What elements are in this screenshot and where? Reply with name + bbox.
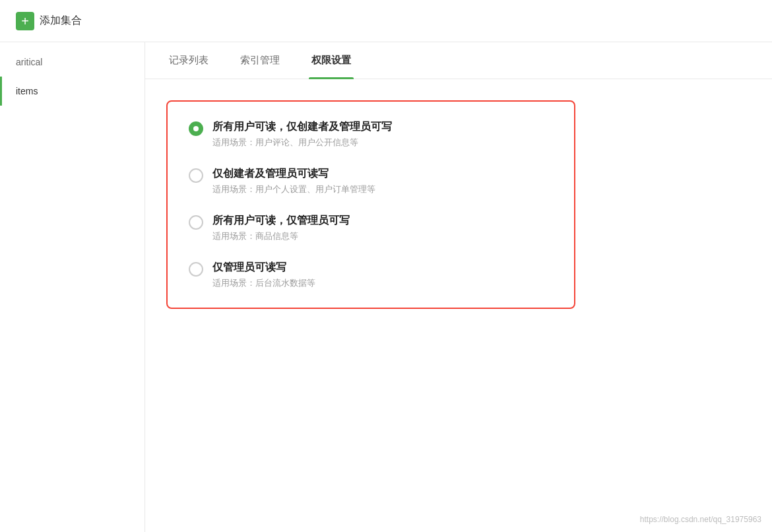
permission-option-1-title: 所有用户可读，仅创建者及管理员可写 bbox=[212, 120, 392, 134]
tab-label: 权限设置 bbox=[311, 54, 351, 65]
permission-option-1-desc: 适用场景：用户评论、用户公开信息等 bbox=[212, 137, 392, 149]
sidebar-item-items[interactable]: items bbox=[0, 77, 145, 106]
permission-option-2-text: 仅创建者及管理员可读写 适用场景：用户个人设置、用户订单管理等 bbox=[212, 167, 375, 195]
permission-option-1-text: 所有用户可读，仅创建者及管理员可写 适用场景：用户评论、用户公开信息等 bbox=[212, 120, 392, 149]
radio-option-1[interactable] bbox=[189, 121, 203, 136]
sidebar: aritical items bbox=[0, 42, 145, 532]
add-collection-label: 添加集合 bbox=[40, 14, 82, 28]
permission-option-3-text: 所有用户可读，仅管理员可写 适用场景：商品信息等 bbox=[212, 214, 350, 242]
permission-option-3-desc: 适用场景：商品信息等 bbox=[212, 230, 350, 242]
tab-permission-settings[interactable]: 权限设置 bbox=[309, 42, 354, 79]
main-layout: aritical items 记录列表 索引管理 权限设置 bbox=[0, 42, 772, 532]
permission-option-3[interactable]: 所有用户可读，仅管理员可写 适用场景：商品信息等 bbox=[189, 214, 553, 242]
add-collection-button[interactable]: + 添加集合 bbox=[16, 12, 82, 30]
permission-option-3-title: 所有用户可读，仅管理员可写 bbox=[212, 214, 350, 228]
sidebar-item-aritical[interactable]: aritical bbox=[0, 48, 145, 77]
permission-option-2[interactable]: 仅创建者及管理员可读写 适用场景：用户个人设置、用户订单管理等 bbox=[189, 167, 553, 195]
permission-option-4-desc: 适用场景：后台流水数据等 bbox=[212, 277, 315, 289]
sidebar-item-label: aritical bbox=[16, 57, 42, 67]
tab-record-list[interactable]: 记录列表 bbox=[166, 42, 211, 79]
permission-option-4[interactable]: 仅管理员可读写 适用场景：后台流水数据等 bbox=[189, 261, 553, 289]
radio-option-2[interactable] bbox=[189, 168, 203, 183]
permission-settings-panel: 所有用户可读，仅创建者及管理员可写 适用场景：用户评论、用户公开信息等 仅创建者… bbox=[145, 79, 772, 532]
permission-option-4-title: 仅管理员可读写 bbox=[212, 261, 315, 275]
watermark: https://blog.csdn.net/qq_31975963 bbox=[640, 515, 761, 524]
tab-bar: 记录列表 索引管理 权限设置 bbox=[145, 42, 772, 79]
permission-option-2-desc: 适用场景：用户个人设置、用户订单管理等 bbox=[212, 183, 375, 195]
radio-option-4[interactable] bbox=[189, 262, 203, 277]
sidebar-item-label: items bbox=[16, 86, 38, 96]
permission-option-1[interactable]: 所有用户可读，仅创建者及管理员可写 适用场景：用户评论、用户公开信息等 bbox=[189, 120, 553, 149]
permission-options-box: 所有用户可读，仅创建者及管理员可写 适用场景：用户评论、用户公开信息等 仅创建者… bbox=[166, 100, 575, 309]
add-icon: + bbox=[16, 12, 34, 30]
radio-option-3[interactable] bbox=[189, 215, 203, 230]
permission-option-2-title: 仅创建者及管理员可读写 bbox=[212, 167, 375, 181]
tab-index-manage[interactable]: 索引管理 bbox=[238, 42, 282, 79]
tab-label: 记录列表 bbox=[169, 54, 209, 65]
content-area: 记录列表 索引管理 权限设置 所有用户可读，仅创建者及管理员可写 适用场景：用户… bbox=[145, 42, 772, 532]
permission-option-4-text: 仅管理员可读写 适用场景：后台流水数据等 bbox=[212, 261, 315, 289]
tab-label: 索引管理 bbox=[240, 54, 280, 65]
header: + 添加集合 bbox=[0, 0, 772, 42]
